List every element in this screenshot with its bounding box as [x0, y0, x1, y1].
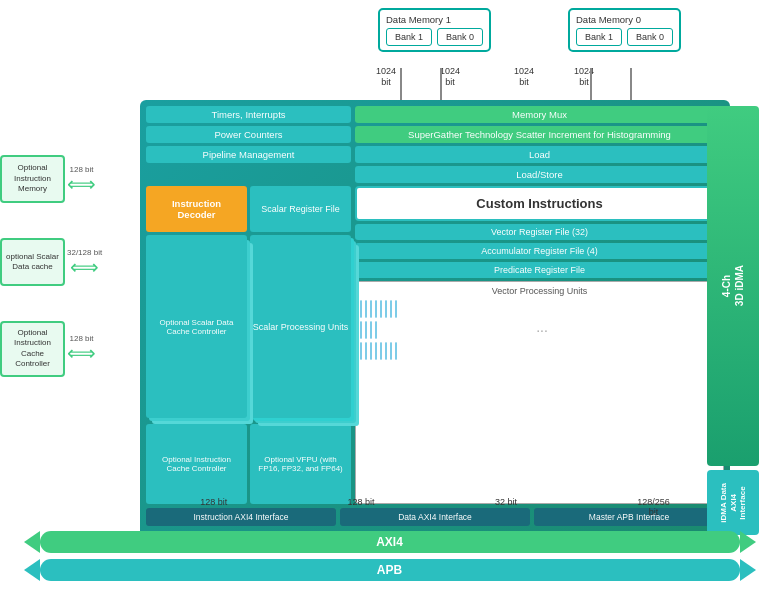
axi4-label: AXI4 [376, 535, 403, 549]
bit-label-0: 128 bit [200, 497, 227, 517]
optional-scalar-cache: Optional Scalar Data Cache Controller [146, 235, 247, 418]
vpu-row-2: ··· [360, 321, 719, 339]
load-store-bar: Load/Store [355, 166, 724, 183]
vpu-row-1 [360, 300, 719, 318]
vfpu-block: Optional VFPU (with FP16, FP32, and FP64… [250, 424, 351, 504]
right-top-bars: Memory Mux SuperGather Technology Scatte… [355, 106, 724, 183]
vpu-cell [390, 342, 392, 360]
vpu-cell [390, 300, 392, 318]
vpu-section: Vector Processing Units [355, 281, 724, 504]
vpu-row-3 [360, 342, 719, 360]
instr-cache-vfpu-row: Optional Instruction Cache Controller Op… [146, 424, 351, 504]
spu-front: Scalar Processing Units [250, 235, 351, 418]
left-top-bars: Timers, Interrupts Power Counters Pipeli… [146, 106, 351, 183]
right-column: Custom Instructions Vector Register File… [355, 186, 724, 504]
opt-instr-memory-arrow: 128 bit ⟺ [65, 165, 98, 194]
vpu-cell [370, 342, 372, 360]
double-arrow-icon-3: ⟺ [67, 343, 96, 363]
apb-arrow-band: APB [40, 559, 740, 581]
opt-scalar-cache-row: optional Scalar Data cache 32/128 bit ⟺ [0, 238, 104, 286]
vpu-cell [370, 321, 372, 339]
vpu-cell [380, 342, 382, 360]
left-optional-blocks: Optional Instruction Memory 128 bit ⟺ op… [0, 155, 104, 377]
super-gather-bar: SuperGather Technology Scatter Increment… [355, 126, 724, 143]
arrow-container-3: 128 bit ⟺ [67, 334, 96, 363]
mem1-bank1-connector [400, 68, 402, 100]
bit-label-2: 32 bit [495, 497, 517, 517]
apb-left-arrowhead [24, 559, 40, 581]
decoder-reg-row: Instruction Decoder Scalar Register File [146, 186, 351, 232]
opt-instr-memory: Optional Instruction Memory [0, 155, 65, 203]
apb-right-arrowhead [740, 559, 756, 581]
data-memory-0: Data Memory 0 Bank 1 Bank 0 [568, 8, 681, 52]
architecture-diagram: Data Memory 1 Bank 1 Bank 0 Data Memory … [0, 0, 765, 609]
left-column: Instruction Decoder Scalar Register File… [146, 186, 351, 504]
axi4-right-arrowhead [740, 531, 756, 553]
timers-bar: Timers, Interrupts [146, 106, 351, 123]
instr-cache-ctrl: Optional Instruction Cache Controller [146, 424, 247, 504]
custom-instructions: Custom Instructions [355, 186, 724, 221]
scalar-cache-spu-row: Optional Scalar Data Cache Controller Sc… [146, 235, 351, 418]
vpu-cell [365, 342, 367, 360]
data-memory-0-label: Data Memory 0 [576, 14, 673, 25]
vpu-title: Vector Processing Units [360, 286, 719, 296]
opt-instr-cache-row: Optional Instruction Cache Controller 12… [0, 321, 104, 377]
mem0-bank0-connector [630, 68, 632, 100]
vpu-cell [375, 342, 377, 360]
mem1-bank0-connector [440, 68, 442, 100]
vpu-cell [375, 300, 377, 318]
opt-instr-cache: Optional Instruction Cache Controller [0, 321, 65, 377]
vpu-cell [395, 342, 397, 360]
top-row-1: Timers, Interrupts Power Counters Pipeli… [146, 106, 724, 183]
vpu-cell [360, 342, 362, 360]
main-chip: Timers, Interrupts Power Counters Pipeli… [140, 100, 730, 540]
data-memory-0-bank0: Bank 0 [627, 28, 673, 46]
double-arrow-icon: ⟺ [67, 174, 96, 194]
predicate-reg-file: Predicate Register File [355, 262, 724, 278]
vpu-cell [380, 300, 382, 318]
bottom-bit-labels: 128 bit 128 bit 32 bit 128/256 bit [140, 497, 730, 517]
opt-instr-memory-label: Optional Instruction Memory [14, 163, 51, 194]
vector-reg-file: Vector Register File (32) [355, 224, 724, 240]
axi4-left-arrowhead [24, 531, 40, 553]
opt-scalar-cache: optional Scalar Data cache [0, 238, 65, 286]
bit-label-3: 128/256 bit [637, 497, 670, 517]
vpu-cell [365, 321, 367, 339]
axi4-arrow-container: AXI4 [32, 531, 747, 553]
instruction-decoder: Instruction Decoder [146, 186, 247, 232]
power-bar: Power Counters [146, 126, 351, 143]
vpu-cell [365, 300, 367, 318]
memory-mux-bar: Memory Mux [355, 106, 724, 123]
data-memory-1-bank1: Bank 1 [386, 28, 432, 46]
vpu-cell [360, 321, 362, 339]
spu-label: Scalar Processing Units [253, 322, 349, 332]
arrow-container: 128 bit ⟺ [67, 165, 96, 194]
data-memory-1-label: Data Memory 1 [386, 14, 483, 25]
scalar-processing-units: Scalar Processing Units [250, 235, 351, 418]
vpu-cell [360, 300, 362, 318]
accumulator-reg-file: Accumulator Register File (4) [355, 243, 724, 259]
memory-bit-labels: 1024bit 1024bit 1024bit 1024bit [376, 66, 594, 88]
opt-instr-cache-label: Optional Instruction Cache Controller [14, 328, 51, 370]
vpu-cell [385, 342, 387, 360]
vpu-cell [395, 300, 397, 318]
apb-arrow-container: APB [32, 559, 747, 581]
arrow-container-2: 32/128 bit ⟺ [67, 248, 102, 277]
main-content-row: Instruction Decoder Scalar Register File… [146, 186, 724, 504]
vpu-cell [385, 300, 387, 318]
pipeline-bar: Pipeline Management [146, 146, 351, 163]
bit-label-1: 128 bit [348, 497, 375, 517]
opt-instr-cache-arrow: 128 bit ⟺ [65, 334, 98, 363]
opt-instr-memory-row: Optional Instruction Memory 128 bit ⟺ [0, 155, 104, 203]
scalar-register-file: Scalar Register File [250, 186, 351, 232]
card-inner: Optional Scalar Data Cache Controller [146, 235, 247, 418]
vpu-cell [370, 300, 372, 318]
opt-scalar-cache-arrow: 32/128 bit ⟺ [65, 248, 104, 277]
data-memory-1: Data Memory 1 Bank 1 Bank 0 [378, 8, 491, 52]
idma-4ch-block: 4-Ch 3D iDMA [707, 106, 759, 466]
data-memory-0-bank1: Bank 1 [576, 28, 622, 46]
axi4-arrow-band: AXI4 [40, 531, 740, 553]
double-arrow-icon-2: ⟺ [70, 257, 99, 277]
idma-label: 4-Ch 3D iDMA [720, 265, 746, 306]
opt-scalar-cache-label: optional Scalar Data cache [6, 252, 59, 273]
